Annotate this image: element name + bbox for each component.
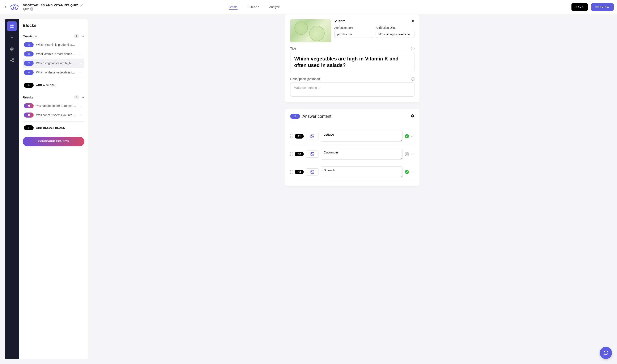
- drag-handle[interactable]: [290, 152, 293, 156]
- configure-results-button[interactable]: CONFIGURE RESULTS: [23, 137, 84, 146]
- delete-image-button[interactable]: [411, 19, 414, 24]
- question-item-1[interactable]: Which vitamin is predominantl… ⋯: [23, 40, 84, 49]
- rail-design[interactable]: [7, 33, 17, 42]
- more-icon[interactable]: ⋯: [79, 113, 83, 117]
- edit-image-button[interactable]: EDIT: [334, 20, 345, 23]
- rail-settings[interactable]: [7, 44, 17, 54]
- svg-point-25: [28, 63, 28, 63]
- title-input[interactable]: [290, 52, 414, 72]
- svg-point-21: [28, 54, 28, 55]
- info-icon[interactable]: i: [30, 7, 33, 11]
- svg-point-39: [294, 117, 295, 117]
- more-icon[interactable]: ⋯: [79, 62, 83, 65]
- attr-url-input[interactable]: [376, 31, 414, 38]
- check-icon: [406, 171, 408, 173]
- more-icon[interactable]: ⋯: [411, 152, 414, 156]
- more-icon[interactable]: ⋯: [79, 43, 83, 46]
- pencil-icon: [334, 20, 337, 23]
- svg-rect-40: [295, 117, 296, 117]
- svg-line-9: [11, 60, 13, 61]
- svg-rect-2: [11, 25, 12, 26]
- answer-row: A2 Cucumber ⋯: [290, 145, 414, 163]
- svg-point-37: [294, 116, 295, 117]
- answer-tag: A1: [295, 134, 304, 139]
- questions-label: Questions: [23, 34, 37, 38]
- correct-toggle[interactable]: [405, 170, 409, 174]
- app-logo: [9, 2, 20, 12]
- correct-toggle[interactable]: [405, 134, 409, 138]
- svg-rect-28: [28, 64, 30, 64]
- question-item-4[interactable]: Which of these vegetables is … ⋯: [23, 68, 84, 77]
- more-icon[interactable]: ⋯: [411, 170, 414, 174]
- answer-image-button[interactable]: [306, 133, 319, 140]
- icon-rail: [5, 19, 19, 359]
- question-image-preview[interactable]: [290, 19, 331, 42]
- image-icon: [310, 134, 314, 138]
- desc-input[interactable]: [290, 82, 414, 97]
- quiz-title: VEGETABLES AND VITAMINS QUIZ: [23, 4, 78, 7]
- result-item-1[interactable]: You can do better! Sure, you … ⋯: [23, 101, 84, 110]
- tab-analyze[interactable]: Analyze: [269, 4, 280, 10]
- question-item-2[interactable]: What vitamin is most abundan… ⋯: [23, 49, 84, 59]
- question-editor-card: EDIT Attribution text: [285, 14, 420, 103]
- quiz-subtitle: Quiz: [23, 7, 29, 11]
- tab-create[interactable]: Create: [229, 4, 238, 10]
- answer-image-button[interactable]: [306, 168, 319, 175]
- svg-point-7: [11, 60, 12, 61]
- rail-blocks[interactable]: [7, 21, 17, 31]
- questions-section-header[interactable]: Questions 4: [23, 32, 84, 40]
- result-text: Well done! It seems you really…: [36, 113, 77, 117]
- result-text: You can do better! Sure, you …: [36, 104, 77, 107]
- editor-content: EDIT Attribution text: [88, 14, 617, 364]
- results-count: 2: [74, 95, 79, 99]
- chat-button[interactable]: [600, 347, 612, 359]
- nav-tabs: Create Publish * Analyze: [229, 4, 280, 10]
- help-icon[interactable]: i: [411, 47, 414, 50]
- svg-point-48: [311, 171, 312, 172]
- incorrect-toggle[interactable]: [405, 152, 409, 156]
- preview-button[interactable]: PREVIEW: [591, 3, 614, 11]
- question-text: Which vitamin is predominantl…: [36, 43, 77, 46]
- attr-text-input[interactable]: [334, 31, 373, 38]
- svg-rect-32: [28, 72, 30, 72]
- help-icon[interactable]: i: [411, 77, 414, 81]
- tab-publish[interactable]: Publish *: [248, 4, 259, 10]
- back-button[interactable]: [3, 5, 8, 9]
- drag-handle[interactable]: [290, 170, 293, 174]
- drag-handle[interactable]: [290, 134, 293, 138]
- chevron-up-icon: [81, 35, 84, 38]
- list-icon: [24, 70, 34, 75]
- answer-text-input[interactable]: Lettuce: [321, 131, 403, 142]
- rail-share[interactable]: [7, 55, 17, 65]
- save-button[interactable]: SAVE: [571, 3, 588, 11]
- answer-image-button[interactable]: [306, 151, 319, 158]
- list-icon: [290, 114, 300, 119]
- svg-point-6: [13, 59, 14, 60]
- answer-settings-button[interactable]: [411, 114, 414, 119]
- more-icon[interactable]: ⋯: [79, 52, 83, 56]
- svg-rect-22: [28, 54, 30, 55]
- question-text: Which of these vegetables is …: [36, 71, 77, 74]
- svg-rect-30: [28, 72, 30, 72]
- list-icon: [24, 61, 34, 66]
- add-block-button[interactable]: + ADD A BLOCK: [23, 81, 84, 90]
- answer-text-input[interactable]: Spinach: [321, 167, 403, 177]
- answer-text-input[interactable]: Cucumber: [321, 149, 403, 159]
- more-icon[interactable]: ⋯: [411, 134, 414, 138]
- question-item-3[interactable]: Which vegetables are high in … ⋯: [23, 59, 84, 68]
- image-icon: [310, 152, 314, 156]
- more-icon[interactable]: ⋯: [79, 104, 83, 107]
- pencil-icon[interactable]: [80, 4, 83, 7]
- bookmark-icon: [24, 113, 34, 117]
- svg-rect-38: [295, 116, 296, 117]
- more-icon[interactable]: ⋯: [79, 71, 83, 74]
- svg-point-35: [294, 116, 295, 116]
- svg-rect-4: [11, 27, 12, 28]
- blocks-sidebar: Blocks Questions 4 Which vitamin is pred…: [19, 19, 88, 359]
- add-result-button[interactable]: + ADD RESULT BLOCK: [23, 123, 84, 132]
- results-section-header[interactable]: Results 2: [23, 93, 84, 101]
- list-icon: [24, 42, 34, 47]
- svg-point-44: [311, 153, 312, 154]
- x-icon: [406, 153, 408, 155]
- result-item-2[interactable]: Well done! It seems you really… ⋯: [23, 110, 84, 120]
